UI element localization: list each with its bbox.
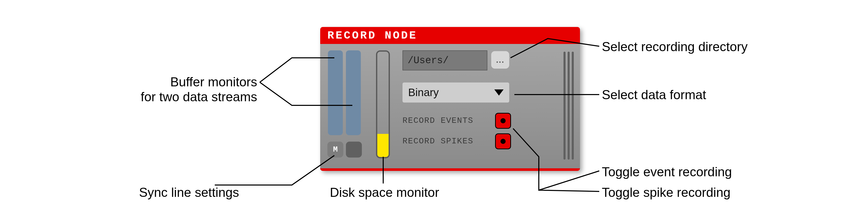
disk-space-fill xyxy=(377,134,389,157)
record-node-panel: RECORD NODE M /Users/ ... Binary RECORD … xyxy=(320,27,580,171)
data-format-value: Binary xyxy=(408,86,439,99)
sync-line-secondary-button[interactable] xyxy=(346,142,362,157)
data-format-select[interactable]: Binary xyxy=(403,82,509,103)
record-spikes-label: RECORD SPIKES xyxy=(403,136,473,146)
panel-body: M /Users/ ... Binary RECORD EVENTS RECOR… xyxy=(320,44,580,171)
annotation-format: Select data format xyxy=(602,87,706,102)
annotation-sync-line: Sync line settings xyxy=(135,185,243,200)
sync-line-main-button[interactable]: M xyxy=(328,142,343,157)
buffer-monitor-2 xyxy=(346,50,361,135)
recording-directory-field[interactable]: /Users/ xyxy=(403,50,487,70)
annotation-events: Toggle event recording xyxy=(602,165,732,179)
side-handle-icon xyxy=(563,51,576,160)
chevron-down-icon xyxy=(494,90,503,96)
annotation-directory: Select recording directory xyxy=(602,39,748,54)
panel-title: RECORD NODE xyxy=(320,27,580,44)
record-dot-icon xyxy=(500,118,506,123)
record-spikes-toggle[interactable] xyxy=(495,133,511,149)
annotation-disk-space: Disk space monitor xyxy=(320,185,449,200)
svg-line-2 xyxy=(539,190,599,191)
buffer-monitor-1 xyxy=(328,50,343,135)
disk-space-monitor xyxy=(376,50,390,158)
browse-directory-button[interactable]: ... xyxy=(491,51,509,69)
annotation-spikes: Toggle spike recording xyxy=(602,185,731,200)
annotation-buffer-monitors: Buffer monitors for two data streams xyxy=(77,74,257,104)
record-events-toggle[interactable] xyxy=(495,113,511,129)
record-events-label: RECORD EVENTS xyxy=(403,116,473,126)
record-dot-icon xyxy=(500,139,506,144)
